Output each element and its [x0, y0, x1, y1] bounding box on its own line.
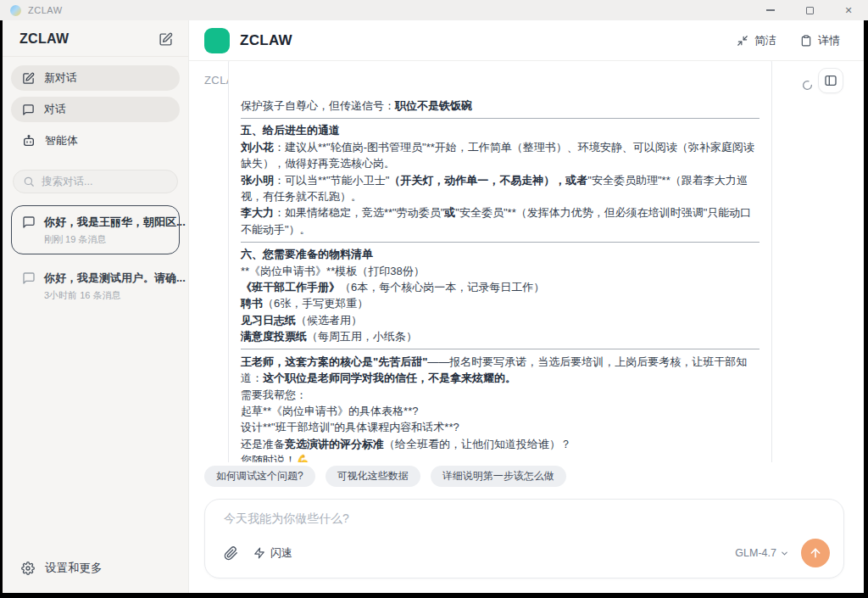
message-paragraph: 王老师，这套方案的核心是"先苦后甜"——报名时要写承诺，当选后要培训，上岗后要考… — [241, 354, 760, 387]
arrow-up-icon — [809, 546, 822, 560]
minimize-button[interactable] — [751, 0, 790, 20]
attach-file-button[interactable] — [224, 546, 238, 561]
app-logo-icon — [10, 5, 21, 16]
suggestion-chips: 如何调试这个问题? 可视化这些数据 详细说明第一步该怎么做 — [204, 466, 566, 487]
conversation-list: 你好，我是王丽华，朝阳区... 刚刚 19 条消息 你好，我是测试用户。请确..… — [3, 205, 188, 317]
send-button[interactable] — [801, 539, 830, 567]
suggestion-chip[interactable]: 详细说明第一步该怎么做 — [431, 466, 566, 487]
compact-view-button[interactable]: 简洁 — [737, 33, 776, 48]
sidebar-item-agents[interactable]: 智能体 — [11, 128, 180, 154]
lightning-bolt-icon — [253, 547, 265, 559]
chat-title: ZCLAW — [240, 32, 292, 49]
message-paragraph: 满意度投票纸（每周五用，小纸条） — [241, 328, 760, 344]
window-titlebar: ZCLAW ✕ — [0, 0, 868, 20]
message-paragraph: 起草**《岗位申请书》的具体表格**? — [241, 403, 760, 419]
app-frame: ZCLAW 新对话 对话 — [3, 20, 864, 593]
main-panel: ZCLAW 简洁 详情 — [189, 20, 864, 593]
message-paragraph: 六、您需要准备的物料清单 — [241, 246, 760, 262]
conversation-meta: 刚刚 19 条消息 — [44, 233, 169, 246]
message-paragraph: 见习日志纸（候选者用） — [241, 312, 760, 328]
chat-scroll-area[interactable]: ZCLAW 保护孩子自尊心，但传递信号：职位不是铁饭碗五、给后进生的通道刘小花：… — [189, 61, 864, 462]
chevron-down-icon — [780, 549, 789, 558]
search-icon — [23, 176, 35, 187]
message-paragraph: 设计**"班干部培训"的具体课程内容和话术**? — [241, 419, 760, 435]
panel-icon — [824, 74, 837, 87]
sidebar-app-title: ZCLAW — [19, 31, 69, 47]
collapse-arrows-icon — [737, 35, 748, 47]
message-divider — [241, 118, 760, 119]
suggestion-chip[interactable]: 可视化这些数据 — [326, 466, 420, 487]
model-selector[interactable]: GLM-4.7 — [735, 547, 789, 559]
conversation-item-selected[interactable]: 你好，我是王丽华，朝阳区... 刚刚 19 条消息 — [11, 205, 180, 254]
side-panel-toggle-button[interactable] — [818, 68, 843, 93]
compact-view-label: 简洁 — [754, 33, 776, 48]
sidebar-nav: 新对话 对话 智能体 — [3, 57, 188, 161]
message-paragraph: 刘小花：建议从**"轮值岗-图书管理员"**开始，工作简单（整理书）、环境安静、… — [241, 139, 760, 172]
sidebar-item-label: 新对话 — [44, 70, 77, 86]
message-paragraph: 《班干部工作手册》（6本，每个核心岗一本，记录每日工作） — [241, 279, 760, 295]
chat-bubble-icon — [22, 215, 36, 229]
paperclip-icon — [224, 546, 238, 561]
maximize-icon — [806, 7, 814, 14]
sidebar-header: ZCLAW — [3, 20, 188, 57]
model-name: GLM-4.7 — [735, 547, 776, 559]
message-paragraph: 保护孩子自尊心，但传递信号：职位不是铁饭碗 — [241, 98, 760, 114]
suggestion-chip[interactable]: 如何调试这个问题? — [204, 466, 315, 487]
conversation-meta: 3小时前 16 条消息 — [44, 289, 169, 302]
assistant-avatar — [204, 28, 230, 53]
search-placeholder: 搜索对话... — [42, 175, 92, 189]
message-paragraph: 李大力：如果情绪稳定，竞选**"劳动委员"或"安全委员"**（发挥体力优势，但必… — [241, 204, 760, 238]
message-paragraph: 还是准备竞选演讲的评分标准（给全班看的，让他们知道投给谁）？ — [241, 436, 760, 452]
assistant-message-content: 保护孩子自尊心，但传递信号：职位不是铁饭碗五、给后进生的通道刘小花：建议从**"… — [241, 98, 760, 462]
details-view-label: 详情 — [818, 33, 840, 48]
loading-spinner-icon — [802, 80, 813, 91]
sidebar: ZCLAW 新对话 对话 — [3, 20, 189, 593]
assistant-message-bubble: 保护孩子自尊心，但传递信号：职位不是铁饭碗五、给后进生的通道刘小花：建议从**"… — [228, 61, 772, 462]
clipboard-icon — [800, 35, 812, 47]
chat-tools — [802, 68, 843, 93]
sidebar-item-new-chat[interactable]: 新对话 — [11, 65, 180, 91]
chat-bubble-icon — [22, 271, 36, 285]
maximize-button[interactable] — [790, 0, 829, 20]
chat-bubble-icon — [22, 103, 35, 116]
conversation-item[interactable]: 你好，我是测试用户。请确... 3小时前 16 条消息 — [11, 261, 180, 310]
fast-mode-label: 闪速 — [270, 545, 292, 561]
settings-label: 设置和更多 — [45, 561, 103, 576]
message-paragraph: 您随时说！💪 — [241, 452, 760, 462]
app-window: ZCLAW ✕ ZCLAW 新对话 — [0, 0, 868, 598]
conversation-body: 你好，我是测试用户。请确... 3小时前 16 条消息 — [44, 270, 169, 302]
composer-toolbar: 闪速 GLM-4.7 — [224, 539, 830, 567]
header-actions: 简洁 详情 — [737, 33, 840, 48]
conversation-body: 你好，我是王丽华，朝阳区... 刚刚 19 条消息 — [44, 214, 169, 246]
details-view-button[interactable]: 详情 — [800, 33, 840, 48]
sidebar-item-label: 对话 — [44, 102, 66, 117]
message-paragraph: 聘书（6张，手写更郑重） — [241, 295, 760, 311]
close-button[interactable]: ✕ — [829, 0, 868, 20]
message-divider — [241, 349, 760, 349]
message-paragraph: 五、给后进生的通道 — [241, 122, 760, 138]
gear-icon — [21, 562, 35, 575]
window-controls: ✕ — [751, 0, 868, 20]
message-paragraph: 张小明：可以当**"节能小卫士"（开关灯，动作单一，不易走神），或者"安全委员助… — [241, 172, 760, 205]
sidebar-item-label: 智能体 — [45, 133, 78, 148]
new-chat-compose-icon[interactable] — [159, 32, 173, 47]
compose-icon — [22, 72, 35, 85]
titlebar-app-name: ZCLAW — [28, 5, 63, 15]
message-paragraph: 需要我帮您： — [241, 387, 760, 403]
settings-and-more-button[interactable]: 设置和更多 — [3, 561, 188, 593]
fast-mode-button[interactable]: 闪速 — [253, 545, 292, 561]
message-input-placeholder: 今天我能为你做些什么? — [224, 511, 830, 527]
search-input[interactable]: 搜索对话... — [13, 170, 178, 193]
chat-header: ZCLAW 简洁 详情 — [189, 20, 864, 61]
message-paragraph: **《岗位申请书》**模板（打印38份） — [241, 263, 760, 279]
minimize-icon — [766, 9, 775, 11]
conversation-title: 你好，我是王丽华，朝阳区... — [44, 215, 186, 228]
composer[interactable]: 今天我能为你做些什么? 闪速 GLM-4.7 — [204, 499, 844, 578]
sidebar-item-chats[interactable]: 对话 — [11, 97, 180, 122]
conversation-title: 你好，我是测试用户。请确... — [44, 271, 186, 284]
robot-icon — [22, 134, 36, 148]
message-divider — [241, 242, 760, 243]
